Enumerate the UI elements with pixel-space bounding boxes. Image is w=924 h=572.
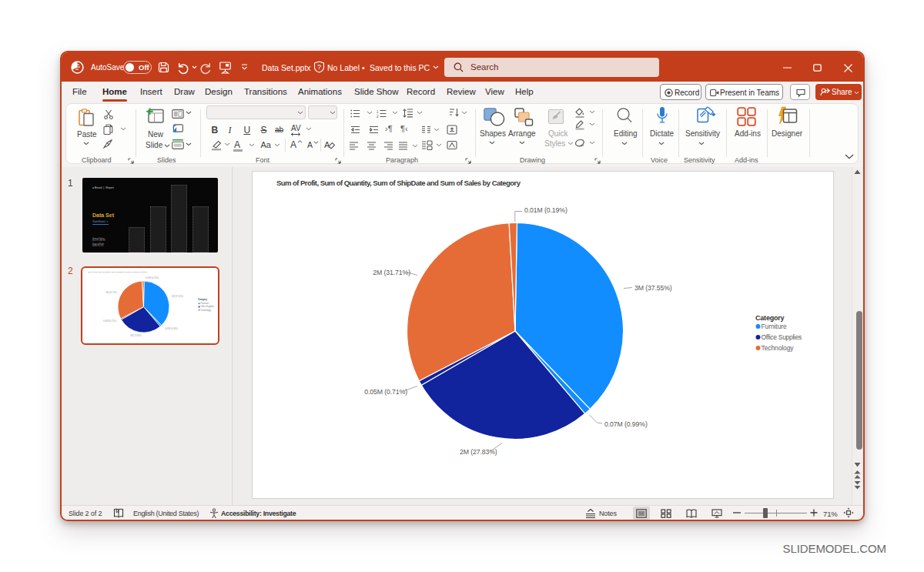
svg-text:Category: Category bbox=[755, 314, 785, 322]
svg-text:0.07M (0.99%): 0.07M (0.99%) bbox=[604, 420, 648, 428]
svg-text:2M (31.71%): 2M (31.71%) bbox=[373, 269, 410, 276]
svg-text:3M (37.55%): 3M (37.55%) bbox=[634, 284, 672, 292]
svg-text:0.01M (0.19%): 0.01M (0.19%) bbox=[524, 206, 567, 214]
svg-text:0.05M (0.71%): 0.05M (0.71%) bbox=[364, 388, 407, 396]
svg-text:A: A bbox=[324, 140, 330, 149]
svg-text:Office Supplies: Office Supplies bbox=[762, 333, 802, 341]
svg-text:2M (27.83%): 2M (27.83%) bbox=[460, 448, 497, 456]
svg-text:Furniture: Furniture bbox=[762, 323, 787, 330]
svg-text:Technology: Technology bbox=[762, 344, 795, 352]
svg-text:?: ? bbox=[317, 63, 321, 71]
svg-text:1: 1 bbox=[377, 110, 379, 114]
